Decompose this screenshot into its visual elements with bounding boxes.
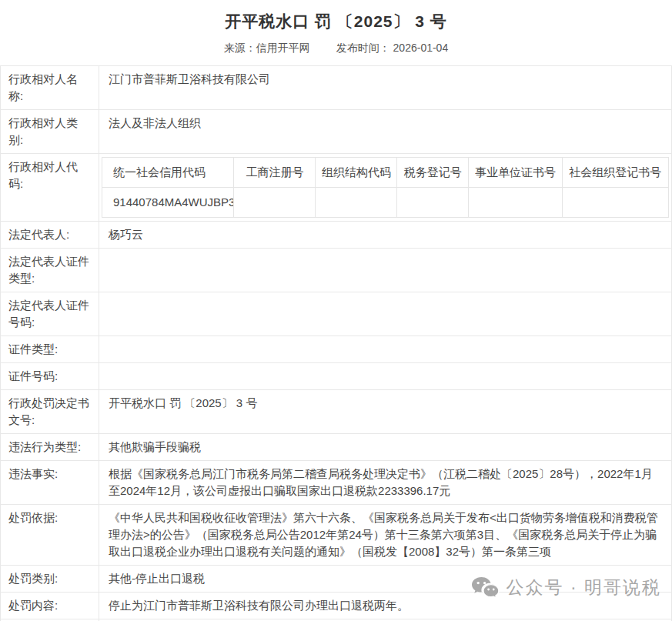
code-header-org-code: 组织结构代码 [316,158,397,188]
code-header-social-org-reg: 社会组织登记书号 [562,158,668,188]
violation-type-label: 违法行为类型: [1,434,99,461]
id-type-value [99,336,672,363]
code-header-tax-reg: 税务登记号 [397,158,469,188]
source-value: 信用开平网 [256,42,310,54]
row-violation-type: 违法行为类型: 其他欺骗手段骗税 [1,434,672,461]
legal-rep-id-number-value [99,292,672,336]
row-party-codes: 行政相对人代码: 统一社会信用代码 工商注册号 组织结构代码 税务登记号 事业单… [1,154,672,222]
row-penalty-basis: 处罚依据: 《中华人民共和国税收征收管理法》第六十六条、《国家税务总局关于发布<… [1,505,672,566]
code-value-social-org-reg [562,188,668,218]
party-name-label: 行政相对人名称: [1,66,99,110]
party-name-value: 江门市普菲斯卫浴科技有限公司 [99,66,672,110]
publish-time-value: 2026-01-04 [393,42,449,54]
source-label: 来源： [224,42,256,54]
id-type-label: 证件类型: [1,336,99,363]
party-codes-header-row: 统一社会信用代码 工商注册号 组织结构代码 税务登记号 事业单位证书号 社会组织… [102,158,669,188]
penalty-basis-label: 处罚依据: [1,505,99,566]
row-penalty-content: 处罚内容: 停止为江门市普菲斯卫浴科技有限公司办理出口退税两年。 [1,593,672,619]
row-legal-rep-id-type: 法定代表人证件类型: [1,249,672,292]
doc-meta: 来源：信用开平网 发布时间： 2026-01-04 [0,42,672,55]
penalty-category-label: 处罚类别: [1,566,99,593]
publish-time-info: 发布时间： 2026-01-04 [336,42,449,54]
party-type-value: 法人及非法人组织 [99,110,672,154]
legal-representative-value: 杨巧云 [99,222,672,249]
legal-representative-label: 法定代表人: [1,222,99,249]
row-party-name: 行政相对人名称: 江门市普菲斯卫浴科技有限公司 [1,66,672,110]
legal-rep-id-type-value [99,249,672,292]
source-info: 来源：信用开平网 [224,42,310,54]
row-legal-representative: 法定代表人: 杨巧云 [1,222,672,249]
penalty-basis-value: 《中华人民共和国税收征收管理法》第六十六条、《国家税务总局关于发布<出口货物劳务… [99,505,672,566]
row-decision-doc-number: 行政处罚决定书文号: 开平税水口 罚 〔2025〕 3 号 [1,390,672,434]
publish-time-label: 发布时间： [336,42,390,54]
code-value-tax-reg [397,188,469,218]
party-codes-table: 统一社会信用代码 工商注册号 组织结构代码 税务登记号 事业单位证书号 社会组织… [102,157,669,218]
page-title: 开平税水口 罚 〔2025〕 3 号 [0,0,672,32]
party-type-label: 行政相对人类别: [1,110,99,154]
row-legal-rep-id-number: 法定代表人证件号码: [1,292,672,336]
violation-type-value: 其他欺骗手段骗税 [99,434,672,461]
code-header-uscc: 统一社会信用代码 [102,158,234,188]
penalty-detail-table: 行政相对人名称: 江门市普菲斯卫浴科技有限公司 行政相对人类别: 法人及非法人组… [0,65,672,621]
violation-facts-value: 根据《国家税务总局江门市税务局第二稽查局税务处理决定书》（江税二稽处〔2025〕… [99,461,672,505]
code-value-org-code [316,188,397,218]
row-party-type: 行政相对人类别: 法人及非法人组织 [1,110,672,154]
row-penalty-category: 处罚类别: 其他-停止出口退税 [1,566,672,593]
violation-facts-label: 违法事实: [1,461,99,505]
code-value-institution-cert [469,188,562,218]
party-codes-cell: 统一社会信用代码 工商注册号 组织结构代码 税务登记号 事业单位证书号 社会组织… [99,154,672,222]
row-id-type: 证件类型: [1,336,672,363]
code-value-business-reg [234,188,316,218]
penalty-content-label: 处罚内容: [1,593,99,619]
id-number-value [99,363,672,390]
penalty-category-value: 其他-停止出口退税 [99,566,672,593]
code-header-business-reg: 工商注册号 [234,158,316,188]
id-number-label: 证件号码: [1,363,99,390]
code-header-institution-cert: 事业单位证书号 [469,158,562,188]
legal-rep-id-number-label: 法定代表人证件号码: [1,292,99,336]
penalty-content-value: 停止为江门市普菲斯卫浴科技有限公司办理出口退税两年。 [99,593,672,619]
decision-doc-number-label: 行政处罚决定书文号: [1,390,99,434]
code-value-uscc: 91440784MA4WUJBP3F [102,188,234,218]
decision-doc-number-value: 开平税水口 罚 〔2025〕 3 号 [99,390,672,434]
party-codes-value-row: 91440784MA4WUJBP3F [102,188,669,218]
party-codes-label: 行政相对人代码: [1,154,99,222]
row-id-number: 证件号码: [1,363,672,390]
row-violation-facts: 违法事实: 根据《国家税务总局江门市税务局第二稽查局税务处理决定书》（江税二稽处… [1,461,672,505]
legal-rep-id-type-label: 法定代表人证件类型: [1,249,99,292]
